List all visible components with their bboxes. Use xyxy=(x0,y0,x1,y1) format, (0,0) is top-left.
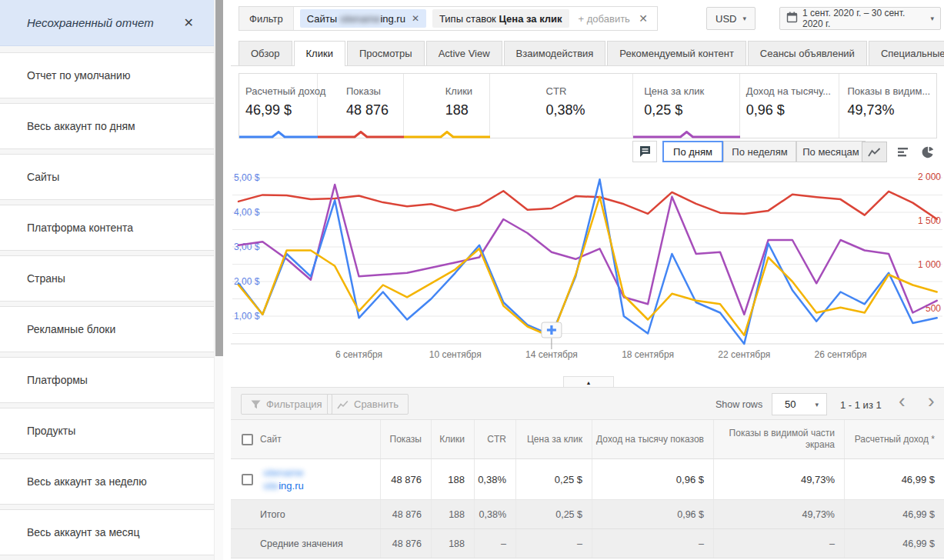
svg-text:6 сентября: 6 сентября xyxy=(335,349,382,360)
tab-recommended-content[interactable]: Рекомендуемый контент xyxy=(607,41,746,65)
averages-row: Средние значения 48 876 188 – – – – 46,9… xyxy=(231,529,944,558)
metric-card-viewability[interactable]: Показы в видим... 49,73% xyxy=(839,74,936,138)
sidebar-scrollbar[interactable] xyxy=(214,0,223,560)
col-header-viewability[interactable]: Показы в видимой части экрана xyxy=(713,420,844,458)
totals-label: Итого xyxy=(260,500,380,528)
site-cell: sitename siteing.ru xyxy=(260,459,380,499)
svg-text:4,00 $: 4,00 $ xyxy=(234,207,260,218)
currency-selector[interactable]: USD ▾ xyxy=(706,7,756,30)
sidebar-item-account-by-day[interactable]: Весь аккаунт по дням xyxy=(0,103,214,149)
cell-viewability: 49,73% xyxy=(713,459,844,499)
metric-summary-panel: Расчетный доход 46,99 $ Показы 48 876 Кл… xyxy=(239,73,937,138)
compare-button[interactable]: Сравнить xyxy=(327,394,409,415)
chart-svg[interactable]: 1,00 $2,00 $3,00 $4,00 $5,00 $5001 0001 … xyxy=(231,164,944,372)
metric-card-estimated-earnings[interactable]: Расчетный доход 46,99 $ xyxy=(239,74,318,138)
date-range-picker[interactable]: 1 сент. 2020 г. – 30 сент. 2020 г. ▾ xyxy=(779,7,941,30)
svg-text:14 сентября: 14 сентября xyxy=(525,349,578,360)
select-all-cell xyxy=(231,420,260,458)
col-header-rpm[interactable]: Доход на тысячу показов xyxy=(592,420,713,458)
clear-filters-icon[interactable]: ✕ xyxy=(639,12,657,25)
row-checkbox[interactable] xyxy=(242,474,253,485)
close-icon[interactable]: ✕ xyxy=(184,15,194,30)
granularity-by-month[interactable]: По месяцам xyxy=(796,141,866,162)
metric-card-clicks[interactable]: Клики 188 xyxy=(404,74,490,138)
filter-bar: Фильтр Сайты sitename ing.ru ✕ Типы став… xyxy=(239,6,658,31)
cell-ctr: 0,38% xyxy=(474,459,515,499)
sidebar-item-countries[interactable]: Страны xyxy=(0,255,214,302)
filter-chip-bid-types[interactable]: Типы ставок Цена за клик xyxy=(432,9,569,28)
metric-card-rpm[interactable]: Доход на тысячу... 0,96 $ xyxy=(740,74,840,138)
svg-text:2 000: 2 000 xyxy=(918,172,941,182)
tab-clicks[interactable]: Клики xyxy=(294,41,345,66)
funnel-icon xyxy=(251,400,261,409)
tab-ad-sessions[interactable]: Сеансы объявлений xyxy=(748,41,867,65)
svg-text:1 500: 1 500 xyxy=(918,215,941,226)
site-link[interactable]: sitename siteing.ru xyxy=(263,466,304,492)
svg-text:5,00 $: 5,00 $ xyxy=(234,172,260,183)
comment-icon xyxy=(639,145,652,158)
report-table: Сайт Показы Клики CTR Цена за клик Доход… xyxy=(231,420,944,558)
svg-text:26 сентября: 26 сентября xyxy=(815,349,867,360)
sidebar-item-sites[interactable]: Сайты xyxy=(0,154,214,200)
sidebar-item-platforms[interactable]: Платформы xyxy=(0,357,214,403)
sidebar-scrollbar-thumb[interactable] xyxy=(215,0,223,356)
pagination-next-button[interactable]: › xyxy=(928,389,935,413)
add-filter-input[interactable]: + добавить xyxy=(579,13,630,25)
redacted-site-name: sitename xyxy=(340,13,381,25)
granularity-by-week[interactable]: По неделям xyxy=(723,141,796,162)
sidebar-item-ad-units[interactable]: Рекламные блоки xyxy=(0,306,214,352)
col-header-cpc[interactable]: Цена за клик xyxy=(515,420,592,458)
tab-custom[interactable]: Специальные ✕ xyxy=(869,41,944,65)
unsaved-report-header: Несохраненный отчет ✕ xyxy=(0,0,214,46)
pagination-status: 1 - 1 из 1 xyxy=(840,399,882,411)
col-header-site[interactable]: Сайт xyxy=(260,420,380,458)
col-header-ctr[interactable]: CTR xyxy=(474,420,515,458)
select-all-checkbox[interactable] xyxy=(242,434,253,445)
chart-type-pie-button[interactable] xyxy=(915,142,940,162)
tab-active-view[interactable]: Active View xyxy=(426,41,502,65)
chart-type-bar-button[interactable] xyxy=(890,142,916,162)
col-header-earnings[interactable]: Расчетный доход * xyxy=(844,420,944,458)
report-main-area: Фильтр Сайты sitename ing.ru ✕ Типы став… xyxy=(223,0,944,560)
show-rows-label: Show rows xyxy=(716,399,762,410)
chevron-down-icon: ▾ xyxy=(742,15,746,22)
sidebar-item-account-by-week[interactable]: Весь аккаунт за неделю xyxy=(0,458,214,505)
metric-accent-line xyxy=(239,131,318,138)
metric-card-ctr[interactable]: CTR 0,38% xyxy=(490,74,634,138)
col-header-clicks[interactable]: Клики xyxy=(431,420,474,458)
triangle-up-icon: ▲ xyxy=(586,380,592,385)
remove-chip-icon[interactable]: ✕ xyxy=(412,13,419,24)
cell-clicks: 188 xyxy=(431,459,474,499)
report-tabs: Обзор Клики Просмотры Active View Взаимо… xyxy=(231,41,944,66)
pagination-prev-button[interactable]: ‹ xyxy=(899,389,906,413)
sidebar-item-content-platform[interactable]: Платформа контента xyxy=(0,205,214,251)
metric-card-impressions[interactable]: Показы 48 876 xyxy=(318,74,404,138)
filter-chip-sites[interactable]: Сайты sitename ing.ru ✕ xyxy=(300,9,426,28)
saved-reports-list: Отчет по умолчанию Весь аккаунт по дням … xyxy=(0,48,214,560)
filter-label: Фильтр xyxy=(239,7,294,30)
table-toolbar: Фильтрация Сравнить Show rows 50 ▾ 1 - 1… xyxy=(231,387,944,420)
rows-per-page-select[interactable]: 50 ▾ xyxy=(772,393,827,415)
metric-card-cpc[interactable]: Цена за клик 0,25 $ xyxy=(633,74,740,138)
collapse-chart-button[interactable]: ▲ xyxy=(563,376,614,388)
chevron-down-icon: ▾ xyxy=(930,15,934,22)
annotation-button[interactable] xyxy=(632,141,657,162)
col-header-impressions[interactable]: Показы xyxy=(380,420,431,458)
table-header-row: Сайт Показы Клики CTR Цена за клик Доход… xyxy=(231,420,944,459)
sidebar-item-default-report[interactable]: Отчет по умолчанию xyxy=(0,52,214,98)
svg-text:18 сентября: 18 сентября xyxy=(622,349,674,360)
filtration-button[interactable]: Фильтрация xyxy=(241,394,332,415)
chart-type-line-button[interactable] xyxy=(862,142,887,162)
tab-overview[interactable]: Обзор xyxy=(239,41,292,65)
unsaved-report-title: Несохраненный отчет xyxy=(27,16,154,29)
reports-sidebar: Несохраненный отчет ✕ Отчет по умолчанию… xyxy=(0,0,223,560)
sidebar-item-account-by-month[interactable]: Весь аккаунт за месяц xyxy=(0,509,214,555)
tab-views[interactable]: Просмотры xyxy=(347,41,425,65)
cell-impressions: 48 876 xyxy=(380,459,431,499)
adsense-reports-page: Несохраненный отчет ✕ Отчет по умолчанию… xyxy=(0,0,944,560)
tab-interactions[interactable]: Взаимодействия xyxy=(504,41,606,65)
calendar-icon xyxy=(786,12,798,25)
sidebar-item-products[interactable]: Продукты xyxy=(0,408,214,454)
line-chart-icon xyxy=(868,147,881,158)
granularity-by-day[interactable]: По дням xyxy=(662,141,723,162)
